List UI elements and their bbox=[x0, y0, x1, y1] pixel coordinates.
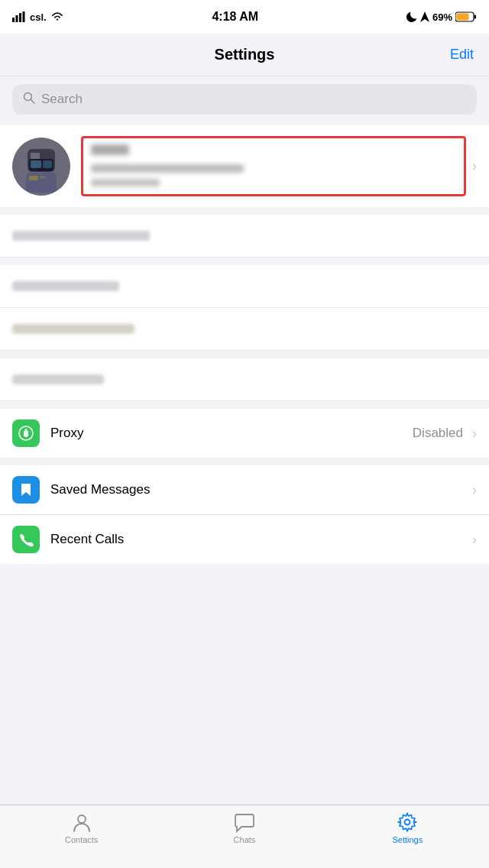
battery-icon bbox=[455, 11, 477, 22]
recent-calls-row[interactable]: Recent Calls › bbox=[0, 515, 489, 564]
saved-messages-row[interactable]: Saved Messages › bbox=[0, 465, 489, 515]
status-time: 4:18 AM bbox=[212, 10, 258, 24]
moon-icon bbox=[406, 11, 417, 22]
svg-rect-1 bbox=[16, 15, 18, 22]
svg-rect-15 bbox=[43, 160, 52, 168]
battery-label: 69% bbox=[432, 11, 452, 23]
status-carrier: csl. bbox=[12, 11, 64, 23]
recent-calls-icon bbox=[12, 526, 40, 553]
svg-line-8 bbox=[31, 100, 35, 104]
avatar bbox=[12, 138, 70, 196]
profile-row[interactable]: › bbox=[0, 125, 489, 207]
blurred-row-4 bbox=[0, 358, 489, 401]
nav-bar: Settings Edit bbox=[0, 34, 489, 76]
svg-rect-5 bbox=[474, 15, 476, 19]
contacts-tab-icon bbox=[71, 811, 92, 833]
svg-rect-0 bbox=[12, 18, 15, 22]
location-icon bbox=[420, 11, 429, 22]
tab-settings[interactable]: Settings bbox=[326, 811, 489, 844]
profile-chevron-icon: › bbox=[472, 158, 477, 174]
proxy-section: Proxy Disabled › bbox=[0, 409, 489, 458]
chats-tab-label: Chats bbox=[234, 835, 256, 844]
svg-rect-6 bbox=[456, 14, 468, 21]
saved-messages-icon bbox=[12, 476, 40, 504]
recent-calls-chevron: › bbox=[472, 532, 477, 548]
edit-button[interactable]: Edit bbox=[450, 47, 474, 63]
wifi-icon bbox=[50, 11, 64, 22]
contacts-tab-label: Contacts bbox=[65, 835, 98, 844]
blurred-row-3 bbox=[0, 308, 489, 351]
saved-messages-label: Saved Messages bbox=[50, 482, 466, 497]
svg-rect-2 bbox=[19, 13, 21, 22]
carrier-label: csl. bbox=[30, 11, 47, 23]
blurred-row-1 bbox=[0, 215, 489, 257]
proxy-label: Proxy bbox=[50, 426, 413, 441]
signal-icon bbox=[12, 11, 26, 22]
tab-contacts[interactable]: Contacts bbox=[0, 811, 163, 844]
svg-rect-3 bbox=[23, 11, 25, 22]
blurred-section-3 bbox=[0, 358, 489, 401]
nav-section: Saved Messages › Recent Calls › bbox=[0, 465, 489, 564]
blurred-section-2 bbox=[0, 265, 489, 351]
status-bar: csl. 4:18 AM 69% bbox=[0, 0, 489, 34]
status-right-icons: 69% bbox=[406, 11, 477, 23]
proxy-status: Disabled bbox=[413, 426, 463, 441]
search-bar[interactable]: Search bbox=[12, 84, 477, 115]
chats-tab-icon bbox=[234, 811, 255, 833]
svg-rect-17 bbox=[29, 176, 38, 180]
proxy-chevron-icon: › bbox=[472, 426, 477, 442]
svg-point-20 bbox=[78, 815, 86, 823]
avatar-image bbox=[12, 138, 70, 196]
settings-tab-label: Settings bbox=[392, 835, 423, 844]
svg-rect-18 bbox=[40, 176, 46, 179]
search-container: Search bbox=[0, 76, 489, 125]
svg-rect-16 bbox=[26, 173, 57, 193]
tab-chats[interactable]: Chats bbox=[163, 811, 325, 844]
proxy-icon bbox=[12, 419, 40, 447]
svg-rect-12 bbox=[31, 153, 40, 159]
page-title: Settings bbox=[215, 46, 275, 63]
search-placeholder: Search bbox=[41, 92, 83, 107]
svg-point-21 bbox=[405, 820, 410, 825]
settings-tab-icon bbox=[397, 811, 418, 833]
blurred-section-1 bbox=[0, 215, 489, 257]
recent-calls-label: Recent Calls bbox=[50, 532, 466, 547]
blurred-row-2 bbox=[0, 265, 489, 308]
profile-section: › bbox=[0, 125, 489, 207]
proxy-row[interactable]: Proxy Disabled › bbox=[0, 409, 489, 458]
svg-rect-14 bbox=[31, 160, 41, 168]
saved-messages-chevron: › bbox=[472, 482, 477, 498]
search-icon bbox=[23, 92, 35, 107]
profile-info-highlighted bbox=[81, 136, 466, 196]
tab-bar: Contacts Chats Settings bbox=[0, 805, 489, 868]
svg-point-19 bbox=[25, 429, 28, 431]
